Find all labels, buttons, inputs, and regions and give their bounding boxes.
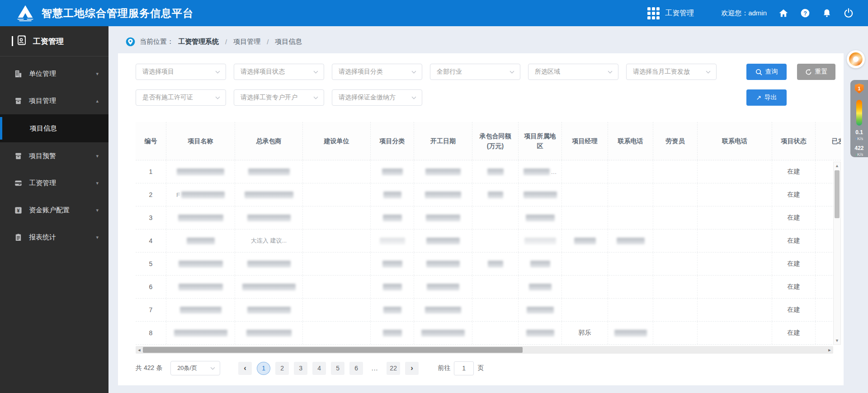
export-button[interactable]: ↗ 导出 [746,89,787,106]
page-button-22[interactable]: 22 [387,362,400,375]
breadcrumb-prefix: 当前位置： [140,37,174,46]
page-button-3[interactable]: 3 [294,362,307,375]
page-button-2[interactable]: 2 [275,362,289,375]
cell-num: 8 [136,322,166,344]
sidebar-subitem-项目信息[interactable]: 项目信息 [0,114,108,142]
cell-amount [472,229,519,252]
breadcrumb-item-2[interactable]: 项目信息 [275,37,302,46]
breadcrumb-root[interactable]: 工资管理系统 [178,37,219,46]
chevron-down-icon [706,70,711,74]
filter-select-2-3[interactable]: 请选择保证金缴纳方 [332,89,422,106]
folder-icon [14,151,23,160]
redacted-text [177,168,224,175]
page-button-5[interactable]: 5 [331,362,344,375]
scroll-right-icon[interactable]: ► [826,348,833,352]
page-button-4[interactable]: 4 [312,362,326,375]
cell-phone1 [608,253,653,275]
redacted-text [617,238,645,244]
filter-select-1-1[interactable]: 请选择项目 [136,64,226,80]
column-header-category: 项目分类 [371,122,414,160]
filter-select-1-3[interactable]: 请选择项目分类 [332,64,422,80]
home-icon[interactable] [778,8,788,18]
next-page-button[interactable]: › [405,362,419,375]
cell-phone2 [698,322,772,344]
filter-select-1-5[interactable]: 所选区域 [528,64,618,80]
filter-placeholder: 请选择项目分类 [339,68,411,76]
page-button-1[interactable]: 1 [257,362,270,375]
redacted-text [524,168,550,175]
project-status: 在建 [788,237,800,245]
redacted-text [247,215,291,221]
cell-laborer [653,253,698,275]
welcome-text: 欢迎您：admin [721,9,767,18]
vertical-scrollbar[interactable]: ▲ ▼ [833,162,841,345]
sidebar-item-5[interactable]: ¥资金账户配置▾ [0,196,108,224]
column-header-region: 项目所属地区 [519,122,562,160]
page-size-select[interactable]: 20条/页 [170,361,220,375]
filter-select-1-6[interactable]: 请选择当月工资发放 [626,64,717,80]
breadcrumb-item-1[interactable]: 项目管理 [233,37,260,46]
chevron-down-icon: ▾ [96,71,99,77]
cell-date [414,276,472,298]
redacted-text [425,192,461,198]
header-app-name[interactable]: 工资管理 [665,9,694,18]
sidebar-item-label: 工资管理 [29,179,56,187]
horizontal-scroll-thumb[interactable] [143,347,523,353]
app-title: 智慧工地综合管理服务信息平台 [42,6,193,20]
cell-date [414,229,472,252]
project-status: 在建 [788,191,800,199]
sidebar-item-1[interactable]: 单位管理▾ [0,60,108,87]
redacted-text [574,238,596,244]
cell-region: … [519,160,562,183]
power-icon[interactable] [844,8,854,18]
horizontal-scrollbar[interactable]: ◄ ► [136,346,833,354]
page-button-6[interactable]: 6 [349,362,363,375]
sidebar-item-3[interactable]: 项目预警▾ [0,142,108,169]
cell-manager [562,229,608,252]
sidebar-item-4[interactable]: 工资管理▾ [0,169,108,196]
cell-laborer [653,183,698,206]
cell-phone1 [608,229,653,252]
reset-button[interactable]: 重置 [797,64,835,80]
chevron-up-icon: ▴ [96,98,99,104]
goto-page-input[interactable] [454,361,474,375]
sidebar-item-2[interactable]: 项目管理▴ [0,87,108,114]
cell-contractor [235,183,303,206]
cell-phone2 [698,276,772,298]
cell-builder [303,160,371,183]
bell-icon[interactable] [822,8,832,18]
cell-phone2 [698,253,772,275]
vertical-scroll-thumb[interactable] [835,170,840,218]
scroll-left-icon[interactable]: ◄ [136,348,143,352]
apps-grid-icon[interactable] [647,7,660,19]
cell-phone1 [608,276,653,298]
redacted-text [382,168,403,175]
prev-page-button[interactable]: ‹ [238,362,252,375]
cell-builder [303,299,371,321]
security-suite-bubble[interactable] [847,50,865,68]
cell-builder [303,253,371,275]
column-header-manager: 项目经理 [562,122,608,160]
help-icon[interactable]: ? [800,8,810,18]
cell-region [519,183,562,206]
cell-contractor [235,206,303,229]
sidebar-item-label: 单位管理 [29,70,56,78]
search-button[interactable]: 查询 [746,64,787,80]
filter-select-1-2[interactable]: 请选择项目状态 [234,64,324,80]
cell-date [414,299,472,321]
scroll-up-icon[interactable]: ▲ [835,162,839,169]
filter-select-1-4[interactable]: 全部行业 [430,64,520,80]
more-pages-button[interactable]: ... [368,362,382,375]
cell-status: 在建 [772,229,816,252]
project-status: 在建 [788,260,800,268]
filter-select-2-1[interactable]: 是否有施工许可证 [136,89,226,106]
sidebar-item-6[interactable]: 报表统计▾ [0,224,108,251]
net-speed-widget[interactable]: 1 0.1 ↑K/s 422 ↓K/s [850,80,868,157]
cell-phone1 [608,183,653,206]
table-row: 8郭乐在建 [136,322,841,345]
cell-status: 在建 [772,322,816,344]
filter-select-2-2[interactable]: 请选择工资专户开户 [234,89,324,106]
sidebar-item-label: 资金账户配置 [29,206,70,215]
scroll-down-icon[interactable]: ▼ [835,337,839,344]
column-header-builder: 建设单位 [303,122,371,160]
